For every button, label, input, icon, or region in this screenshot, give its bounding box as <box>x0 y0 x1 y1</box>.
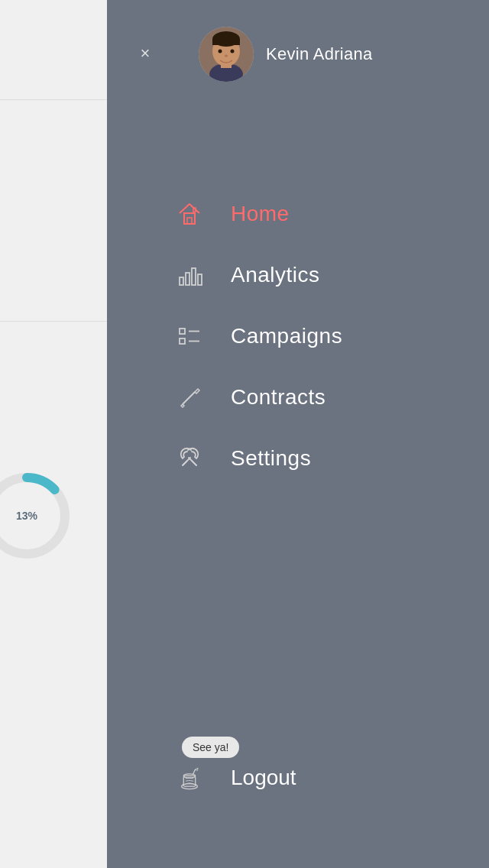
logout-row[interactable]: Logout <box>176 764 296 792</box>
logout-section: See ya! Logout <box>176 737 296 792</box>
nav-item-analytics[interactable]: Analytics <box>107 245 489 306</box>
svg-line-26 <box>192 461 196 465</box>
svg-rect-9 <box>212 39 240 45</box>
svg-rect-14 <box>187 218 192 224</box>
see-ya-bubble: See ya! <box>182 737 239 758</box>
svg-line-24 <box>183 392 195 404</box>
nav-item-contracts[interactable]: Contracts <box>107 367 489 428</box>
campaigns-label: Campaigns <box>231 324 342 348</box>
analytics-label: Analytics <box>231 263 320 287</box>
svg-rect-19 <box>198 274 202 285</box>
svg-point-11 <box>231 50 235 53</box>
svg-rect-15 <box>193 208 196 212</box>
settings-label: Settings <box>231 446 311 471</box>
svg-rect-16 <box>180 277 183 285</box>
nav-drawer: × <box>107 0 489 868</box>
avatar <box>199 27 254 82</box>
settings-icon <box>176 445 203 472</box>
nav-item-settings[interactable]: Settings <box>107 428 489 489</box>
user-name-label: Kevin Adriana <box>266 44 373 64</box>
home-icon <box>176 200 203 228</box>
analytics-icon <box>176 261 203 289</box>
svg-point-10 <box>219 50 222 53</box>
avatar-image <box>199 27 254 82</box>
svg-line-25 <box>183 461 187 465</box>
donut-chart <box>0 466 76 565</box>
svg-point-12 <box>225 55 228 57</box>
svg-rect-22 <box>180 338 185 344</box>
nav-menu: Home Analytics <box>107 183 489 489</box>
contracts-icon <box>176 384 203 411</box>
svg-rect-17 <box>186 273 189 285</box>
nav-item-home[interactable]: Home <box>107 183 489 245</box>
divider <box>0 99 107 100</box>
logout-icon <box>176 764 203 792</box>
svg-rect-13 <box>184 213 195 224</box>
campaigns-icon <box>176 322 203 350</box>
main-app-background <box>0 0 107 868</box>
logout-label: Logout <box>231 766 296 790</box>
svg-rect-20 <box>180 329 185 334</box>
nav-item-campaigns[interactable]: Campaigns <box>107 306 489 367</box>
contracts-label: Contracts <box>231 385 325 410</box>
svg-line-30 <box>193 769 195 775</box>
circle-chart-area: 13% <box>0 466 76 565</box>
close-button[interactable]: × <box>130 38 160 69</box>
divider <box>0 321 107 322</box>
svg-rect-18 <box>192 268 196 285</box>
circle-percent-label: 13% <box>16 510 37 522</box>
home-label: Home <box>231 202 290 226</box>
user-profile: Kevin Adriana <box>199 27 373 82</box>
